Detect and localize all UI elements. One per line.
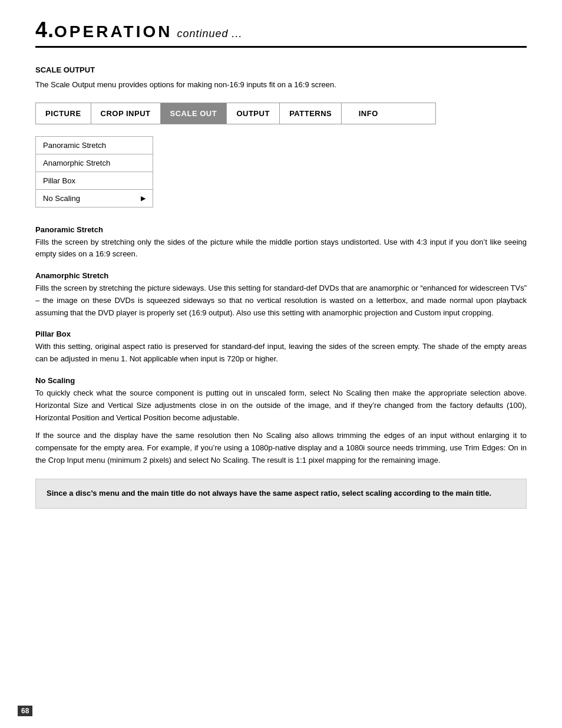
- note-box: Since a disc’s menu and the main title d…: [35, 479, 527, 509]
- content-section-body-1: To quickly check what the source compone…: [35, 387, 527, 424]
- dropdown-menu: Panoramic StretchAnamorphic StretchPilla…: [35, 136, 153, 207]
- content-section-panoramic-stretch: Panoramic StretchFills the screen by str…: [35, 225, 527, 261]
- menu-item-info[interactable]: INFO: [342, 103, 395, 124]
- content-section-body: With this setting, original aspect ratio…: [35, 341, 527, 365]
- dropdown-item-panoramic-stretch[interactable]: Panoramic Stretch: [36, 137, 153, 154]
- dropdown-item-no-scaling[interactable]: No Scaling▶: [36, 190, 153, 207]
- dropdown-item-label: No Scaling: [43, 194, 80, 203]
- content-sections: Panoramic StretchFills the screen by str…: [35, 225, 527, 467]
- menu-item-scale-out[interactable]: SCALE OUT: [161, 103, 227, 124]
- content-section-title: Panoramic Stretch: [35, 225, 527, 234]
- content-section-anamorphic-stretch: Anamorphic StretchFills the screen by st…: [35, 271, 527, 319]
- page-number: 68: [18, 706, 32, 716]
- content-section-body: Fills the screen by stretching the pictu…: [35, 282, 527, 319]
- content-section-title: Anamorphic Stretch: [35, 271, 527, 280]
- header-title: OPERATION: [54, 22, 172, 41]
- content-section-body: Fills the screen by stretching only the …: [35, 236, 527, 261]
- header-number: 4.: [35, 18, 54, 42]
- page-header: 4. OPERATION continued ...: [35, 18, 527, 48]
- content-section-title: No Scaling: [35, 376, 527, 385]
- menu-item-crop-input[interactable]: CROP INPUT: [91, 103, 161, 124]
- dropdown-item-anamorphic-stretch[interactable]: Anamorphic Stretch: [36, 154, 153, 172]
- section-intro: The Scale Output menu provides options f…: [35, 79, 527, 91]
- dropdown-item-pillar-box[interactable]: Pillar Box: [36, 172, 153, 190]
- section-heading: SCALE OUTPUT: [35, 65, 527, 74]
- content-section-no-scaling: No ScalingTo quickly check what the sour…: [35, 376, 527, 467]
- menu-item-picture[interactable]: PICTURE: [36, 103, 91, 124]
- content-section-title: Pillar Box: [35, 330, 527, 338]
- dropdown-item-label: Anamorphic Stretch: [43, 159, 110, 167]
- note-box-text: Since a disc’s menu and the main title d…: [47, 487, 515, 500]
- menu-item-patterns[interactable]: PATTERNS: [280, 103, 342, 124]
- dropdown-item-label: Panoramic Stretch: [43, 141, 106, 150]
- menu-item-output[interactable]: OUTPUT: [227, 103, 280, 124]
- menu-bar: PICTURECROP INPUTSCALE OUTOUTPUTPATTERNS…: [35, 103, 436, 124]
- content-section-pillar-box: Pillar BoxWith this setting, original as…: [35, 330, 527, 365]
- dropdown-arrow-icon: ▶: [141, 195, 146, 202]
- header-subtitle: continued ...: [177, 28, 242, 40]
- dropdown-item-label: Pillar Box: [43, 176, 75, 185]
- content-section-body-2: If the source and the display have the s…: [35, 430, 527, 466]
